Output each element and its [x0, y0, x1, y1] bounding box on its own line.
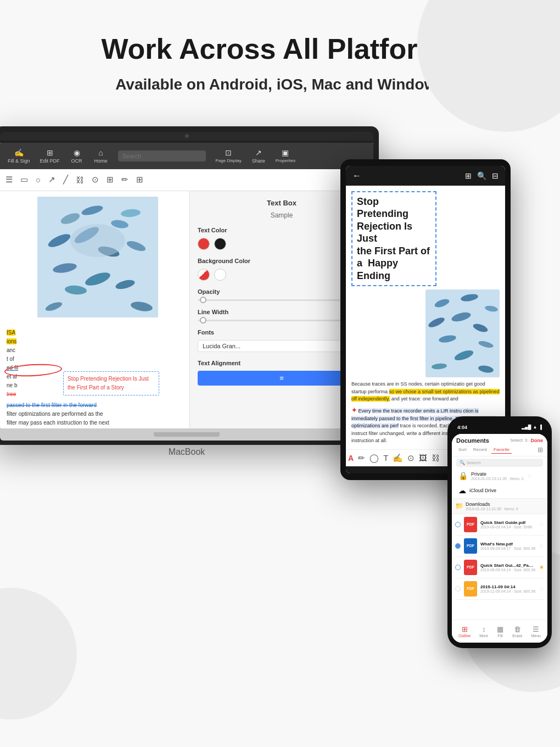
svg-point-8	[52, 261, 77, 274]
toolbar-share[interactable]: ↗ Share	[248, 147, 269, 165]
file-item-3[interactable]: PDF Quick Start Gui...42_Page1.pdf 2019-…	[455, 557, 544, 578]
file-select-4[interactable]	[455, 586, 461, 592]
phone-fill-btn[interactable]: ▦ Fill	[497, 625, 503, 638]
search-icon: 🔍	[460, 460, 465, 465]
phone-erase-btn[interactable]: 🗑 Erase	[512, 625, 522, 638]
annot-rect-icon[interactable]: ▭	[20, 175, 28, 185]
file-date-3: 2019-09-09 04:14 · Size: 800.3K	[480, 568, 536, 572]
search-icon[interactable]: 🔍	[477, 171, 486, 180]
svg-point-11	[64, 285, 87, 295]
laptop-camera-bar	[0, 132, 373, 141]
private-star[interactable]: ☆	[527, 473, 532, 479]
tablet-book-title: StopPretendingRejection Is Justthe First…	[357, 196, 431, 282]
phone-header-row: Documents Select: 3 Done	[456, 437, 543, 444]
file-select-3[interactable]	[455, 565, 461, 570]
phone-bottombar: ⊞ Outline ↕ More ▦ Fill 🗑 Erase	[452, 620, 547, 643]
color-red[interactable]	[198, 238, 210, 250]
tablet-type-icon[interactable]: T	[383, 453, 388, 462]
toolbar-ocr[interactable]: ◉ OCR	[66, 147, 87, 165]
svg-point-10	[83, 270, 111, 288]
favorite-tab[interactable]: Favorite	[491, 446, 512, 454]
color-black[interactable]	[214, 238, 226, 250]
bg-color-none[interactable]	[198, 269, 210, 281]
tablet-text-color-icon[interactable]: A	[348, 454, 354, 462]
file-icon-4: PDF	[464, 581, 477, 597]
done-button[interactable]: Done	[531, 438, 544, 443]
annot-image-icon[interactable]: ⊞	[107, 175, 114, 185]
annot-arrow-icon[interactable]: ↗	[48, 175, 55, 185]
toolbar-fill-sign[interactable]: ✍ Fill & Sign	[4, 147, 33, 165]
fill-sign-icon: ✍	[14, 148, 24, 157]
tablet-body-text: Because traces are in SS nodes, certain …	[351, 381, 500, 403]
tablet-topbar: ← ⊞ 🔍 ⊟	[346, 166, 505, 186]
annot-comment-icon[interactable]: ☰	[5, 175, 13, 185]
file-star-1[interactable]: ☆	[539, 521, 544, 527]
toolbar-home[interactable]: ⌂ Home	[91, 147, 111, 165]
phone-search-bar[interactable]: 🔍 Search	[456, 459, 543, 467]
file-info-1: Quick Start Guide.pdf 2019-09-09 04:14 ·…	[480, 520, 536, 529]
recent-tab[interactable]: Recent	[471, 446, 489, 453]
toolbar-search-container[interactable]	[118, 150, 206, 161]
laptop-stand	[154, 432, 220, 437]
fill-icon: ▦	[497, 625, 503, 633]
folder-item-icloud[interactable]: ☁ iCloud Drive	[455, 484, 544, 497]
annot-table-icon[interactable]: ⊞	[136, 175, 143, 185]
phone-menu-btn[interactable]: ☰ Menu	[531, 625, 541, 638]
tablet-highlight-icon[interactable]: ✏	[358, 453, 365, 463]
tablet-sign-icon[interactable]: ✍	[393, 453, 403, 463]
svg-point-5	[120, 208, 141, 218]
strikethrough-2: passed to the first filter in the forwar…	[7, 402, 97, 408]
tablet-stamp-icon[interactable]: ⊙	[407, 453, 415, 463]
annot-circle-icon[interactable]: ○	[36, 175, 41, 185]
toolbar-properties[interactable]: ▣ Properties	[272, 147, 299, 164]
svg-point-12	[115, 278, 136, 291]
svg-point-4	[47, 231, 72, 249]
annot-draw-icon[interactable]: ✏	[121, 175, 128, 185]
annotation-bar: ☰ ▭ ○ ↗ ╱ ⛓ ⊙ ⊞ ✏ ⊞	[0, 169, 373, 191]
phone-wrapper: 4:04 ▂▄█ ▲ ▐ Documents Select: 3 Done	[447, 416, 552, 648]
back-icon[interactable]: ←	[352, 171, 361, 181]
annotation-text: Stop Pretending Rejection Is Just the Fi…	[68, 376, 149, 391]
phone-file-list: PDF Quick Start Guide.pdf 2019-09-09 04:…	[452, 514, 547, 600]
annot-line-icon[interactable]: ╱	[63, 175, 68, 185]
search-input[interactable]	[118, 150, 206, 161]
file-item-4[interactable]: PDF 2019-11-09 04:14 2019-11-09 04:14 · …	[455, 578, 544, 600]
home-label: Home	[94, 158, 108, 164]
file-select-2[interactable]	[455, 543, 461, 549]
file-info-4: 2019-11-09 04:14 2019-11-09 04:14 · Size…	[480, 584, 536, 593]
downloads-row: 📁 Downloads 2019-01-03 11:31:35 · Items:…	[455, 500, 544, 512]
split-icon[interactable]: ⊟	[492, 171, 499, 180]
folder-item-private[interactable]: 🔒 Private 2019-01-03 23:11:35 · Items: 2…	[455, 469, 544, 483]
annot-link-icon[interactable]: ⛓	[76, 175, 84, 185]
file-name-1: Quick Start Guide.pdf	[480, 520, 535, 525]
sort-tab[interactable]: Sort	[456, 446, 469, 453]
phone-outline-btn[interactable]: ⊞ Outline	[458, 625, 471, 638]
grid-view-icon[interactable]: ⊞	[537, 446, 543, 454]
file-star-4[interactable]: ☆	[539, 586, 544, 592]
phone-more-btn[interactable]: ↕ More	[479, 625, 488, 638]
tablet-image-icon[interactable]: 🖼	[419, 453, 427, 462]
file-select-1[interactable]	[455, 522, 461, 527]
laptop-wrapper: ✍ Fill & Sign ⊞ Edit PDF ◉ OCR ⌂ Home	[0, 126, 379, 457]
downloads-section-header: 📁 Downloads 2019-01-03 11:31:35 · Items:…	[452, 498, 547, 514]
tablet-shape-icon[interactable]: ◯	[369, 453, 379, 463]
toolbar-page-display[interactable]: ⊡ Page Display	[212, 147, 245, 164]
laptop-doc-panel: ISA ions anct of ed fil et alne b tree p…	[0, 191, 189, 428]
file-star-3[interactable]: ★	[539, 564, 544, 570]
file-star-2[interactable]: ☆	[539, 543, 544, 549]
tablet-link-icon[interactable]: ⛓	[432, 453, 440, 462]
signal-icon: ▂▄█	[522, 425, 531, 430]
private-folder-name: Private	[471, 471, 524, 477]
bg-color-white[interactable]	[214, 269, 226, 281]
menu-icon: ☰	[533, 625, 539, 633]
properties-label: Properties	[276, 158, 295, 163]
ocr-label: OCR	[71, 158, 82, 164]
downloads-info: Downloads 2019-01-03 11:31:35 · Items: 3	[466, 501, 518, 511]
toolbar-edit-pdf[interactable]: ⊞ Edit PDF	[37, 147, 63, 165]
annot-stamp-icon[interactable]: ⊙	[92, 175, 99, 185]
grid-icon[interactable]: ⊞	[465, 171, 472, 180]
file-item-2[interactable]: PDF What's New.pdf 2019-09-09 04:17 · Si…	[455, 536, 544, 557]
file-item-1[interactable]: PDF Quick Start Guide.pdf 2019-09-09 04:…	[455, 514, 544, 536]
phone-private-folder: 🔒 Private 2019-01-03 23:11:35 · Items: 2…	[452, 469, 547, 483]
annotation-textbox[interactable]: Stop Pretending Rejection Is Just the Fi…	[63, 371, 159, 395]
